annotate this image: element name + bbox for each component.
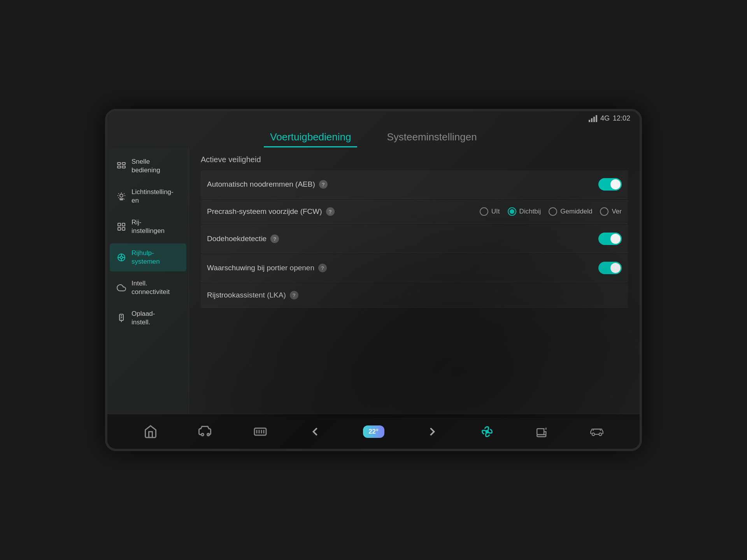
setting-row-aeb: Automatisch noodremmen (AEB) ? [201, 170, 628, 199]
signal-bar-3 [593, 117, 595, 122]
aeb-help-icon[interactable]: ? [319, 180, 328, 189]
svg-rect-1 [122, 163, 125, 164]
lka-help-icon[interactable]: ? [290, 291, 298, 299]
nav-car-small[interactable] [590, 425, 604, 439]
svg-rect-7 [118, 228, 121, 230]
temp-display: 22° [363, 425, 384, 438]
fcw-label-gemiddeld: Gemiddeld [560, 208, 592, 215]
fcw-option-dichtbij[interactable]: Dichtbij [508, 207, 541, 216]
svg-point-25 [599, 433, 601, 436]
nav-arrow-right[interactable] [425, 425, 439, 439]
nav-seat-heat[interactable] [535, 425, 549, 439]
nav-fan[interactable] [480, 425, 494, 439]
setting-label-aeb: Automatisch noodremmen (AEB) ? [207, 180, 328, 189]
fcw-label-dichtbij: Dichtbij [519, 208, 541, 215]
sidebar-label-snelle: Snellebediening [132, 158, 160, 175]
car-small-icon [590, 425, 604, 439]
sidebar-item-rij[interactable]: Rij-instellingen [110, 213, 186, 241]
cloud-icon [116, 282, 127, 293]
fcw-radio-uit[interactable] [480, 207, 488, 216]
sidebar-item-rijhulp[interactable]: Rijhulp-systemen [110, 243, 186, 271]
svg-point-10 [120, 256, 123, 259]
sidebar-label-oplaad: Oplaad-instell. [132, 310, 155, 327]
home-icon [144, 425, 158, 439]
svg-rect-5 [118, 223, 121, 226]
status-bar: 4G 12:02 [107, 111, 640, 124]
setting-row-dodehoek: Dodehoekdetectie ? [201, 225, 628, 253]
fcw-option-ver[interactable]: Ver [600, 207, 622, 216]
sidebar-item-conn[interactable]: Intell.connectiviteit [110, 274, 186, 302]
fcw-label-ver: Ver [612, 208, 622, 215]
aeb-toggle-knob [610, 179, 621, 189]
sidebar-label-conn: Intell.connectiviteit [132, 279, 170, 296]
portier-help-icon[interactable]: ? [318, 264, 327, 272]
settings-list: Automatisch noodremmen (AEB) ? Precrash-… [201, 170, 628, 308]
network-label: 4G [600, 114, 610, 122]
dodehoek-toggle[interactable] [598, 233, 622, 245]
svg-point-12 [201, 433, 203, 436]
signal-bar-4 [596, 115, 597, 122]
lka-label-text: Rijstrookassistent (LKA) [207, 291, 286, 299]
seat-heat-icon [535, 425, 549, 439]
fcw-help-icon[interactable]: ? [326, 207, 335, 216]
setting-label-fcw: Precrash-systeem voorzijde (FCW) ? [207, 207, 335, 216]
svg-point-4 [120, 194, 123, 197]
fcw-radio-group: UIt Dichtbij Gemiddeld [480, 207, 622, 216]
fcw-radio-gemiddeld[interactable] [549, 207, 557, 216]
nav-car[interactable] [198, 425, 212, 439]
dodehoek-help-icon[interactable]: ? [270, 234, 279, 243]
grid-icon [116, 221, 127, 232]
sidebar-label-rijhulp: Rijhulp-systemen [132, 249, 160, 266]
sidebar-item-snelle[interactable]: Snellebediening [110, 152, 186, 180]
clock: 12:02 [613, 114, 630, 122]
dodehoek-toggle-knob [610, 234, 621, 244]
svg-rect-8 [122, 228, 125, 230]
sidebar-label-licht: Lichtinstelling-en [132, 188, 174, 205]
setting-label-portier: Waarschuwing bij portier openen ? [207, 264, 327, 272]
setting-row-fcw: Precrash-systeem voorzijde (FCW) ? UIt D… [201, 200, 628, 224]
right-content: Actieve veiligheid Automatisch noodremme… [189, 147, 640, 414]
setting-label-dodehoek: Dodehoekdetectie ? [207, 234, 279, 243]
arrow-left-icon [308, 425, 322, 439]
fcw-option-uit[interactable]: UIt [480, 207, 500, 216]
aeb-label-text: Automatisch noodremmen (AEB) [207, 180, 315, 189]
fcw-label-text: Precrash-systeem voorzijde (FCW) [207, 207, 322, 216]
wheel-icon [116, 252, 127, 263]
svg-rect-20 [537, 429, 544, 434]
tab-systeem[interactable]: Systeeminstellingen [381, 128, 483, 147]
svg-rect-21 [537, 434, 546, 436]
nav-temp-control: 22° [363, 425, 384, 438]
fan-icon [480, 425, 494, 439]
svg-rect-6 [122, 223, 125, 226]
setting-label-lka: Rijstrookassistent (LKA) ? [207, 291, 298, 299]
setting-row-lka: Rijstrookassistent (LKA) ? [201, 283, 628, 308]
svg-rect-2 [117, 166, 121, 168]
portier-toggle-knob [610, 263, 621, 273]
nav-heat[interactable] [253, 425, 267, 439]
portier-label-text: Waarschuwing bij portier openen [207, 264, 314, 272]
sidebar-item-oplaad[interactable]: Oplaad-instell. [110, 304, 186, 332]
sidebar: Snellebediening Lichtinstelling-en [107, 147, 189, 414]
tab-voertuig[interactable]: Voertuigbediening [264, 128, 357, 147]
nav-arrow-left[interactable] [308, 425, 322, 439]
svg-rect-0 [117, 163, 121, 164]
fcw-radio-dichtbij[interactable] [508, 207, 516, 216]
nav-home[interactable] [144, 425, 158, 439]
light-icon [116, 191, 127, 202]
signal-icon [589, 115, 597, 122]
setting-row-portier: Waarschuwing bij portier openen ? [201, 254, 628, 282]
screen-inner: 4G 12:02 Voertuigbediening Systeeminstel… [107, 111, 640, 449]
main-content: Snellebediening Lichtinstelling-en [107, 147, 640, 414]
tab-bar: Voertuigbediening Systeeminstellingen [107, 124, 640, 147]
sidebar-item-licht[interactable]: Lichtinstelling-en [110, 182, 186, 210]
svg-rect-3 [122, 166, 125, 168]
aeb-toggle[interactable] [598, 178, 622, 191]
fcw-radio-ver[interactable] [600, 207, 608, 216]
fcw-label-uit: UIt [491, 208, 500, 215]
fcw-option-gemiddeld[interactable]: Gemiddeld [549, 207, 592, 216]
signal-bar-2 [591, 118, 593, 122]
signal-bar-1 [589, 120, 590, 122]
bottom-nav: 22° [107, 414, 640, 449]
portier-toggle[interactable] [598, 262, 622, 274]
car-icon [198, 425, 212, 439]
